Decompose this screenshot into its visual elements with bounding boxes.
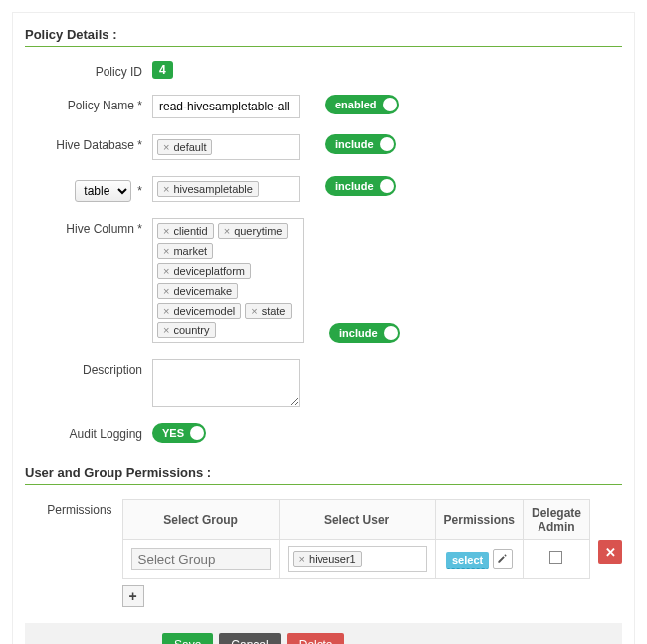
user-group-permissions-heading: User and Group Permissions : xyxy=(25,465,622,480)
tag-label: state xyxy=(262,305,286,317)
policy-name-input[interactable] xyxy=(152,95,300,118)
save-button[interactable]: Save xyxy=(162,633,213,644)
hive-database-include-toggle[interactable]: include xyxy=(325,134,396,154)
select-user-input[interactable]: ×hiveuser1 xyxy=(288,546,427,572)
col-permissions: Permissions xyxy=(435,500,523,540)
remove-tag-icon[interactable]: × xyxy=(163,246,169,257)
audit-logging-toggle[interactable]: YES xyxy=(152,423,206,443)
tag-label: country xyxy=(173,324,209,336)
tag-label: default xyxy=(173,141,206,153)
description-input[interactable] xyxy=(152,359,300,407)
toggle-knob xyxy=(380,179,394,193)
toggle-knob xyxy=(380,137,394,151)
delete-button[interactable]: Delete xyxy=(287,633,345,644)
permission-badge[interactable]: select xyxy=(446,552,489,569)
tag[interactable]: ×default xyxy=(157,139,212,155)
edit-permissions-button[interactable] xyxy=(493,549,513,569)
description-label: Description xyxy=(25,359,152,377)
toggle-knob xyxy=(384,326,398,340)
select-group-input[interactable] xyxy=(131,548,271,570)
col-select-user: Select User xyxy=(279,500,435,540)
remove-tag-icon[interactable]: × xyxy=(163,306,169,317)
policy-id-badge: 4 xyxy=(152,61,173,79)
enabled-toggle[interactable]: enabled xyxy=(325,95,399,114)
tag[interactable]: ×clientid xyxy=(157,223,214,239)
table-row: ×hiveuser1 select xyxy=(122,540,589,579)
action-bar: Save Cancel Delete xyxy=(25,623,622,644)
add-row-button[interactable]: + xyxy=(122,585,144,607)
tag-label: hiveuser1 xyxy=(309,553,356,565)
tag-label: market xyxy=(173,245,207,257)
tag[interactable]: ×devicemake xyxy=(157,283,238,299)
enabled-toggle-label: enabled xyxy=(335,99,377,110)
policy-name-label: Policy Name * xyxy=(25,95,152,112)
include-toggle-label: include xyxy=(335,138,374,150)
audit-logging-toggle-label: YES xyxy=(162,427,184,439)
policy-details-heading: Policy Details : xyxy=(25,27,622,42)
audit-logging-label: Audit Logging xyxy=(25,423,152,441)
col-select-group: Select Group xyxy=(122,500,279,540)
hive-table-include-toggle[interactable]: include xyxy=(325,176,396,196)
hive-table-input[interactable]: ×hivesampletable xyxy=(152,176,300,202)
remove-tag-icon[interactable]: × xyxy=(163,286,169,297)
cancel-button[interactable]: Cancel xyxy=(219,633,280,644)
remove-row-button[interactable]: ✕ xyxy=(598,540,622,564)
tag[interactable]: ×state xyxy=(245,303,291,319)
tag[interactable]: ×country xyxy=(157,322,216,338)
section-divider xyxy=(25,484,622,485)
remove-tag-icon[interactable]: × xyxy=(163,142,169,153)
close-icon: ✕ xyxy=(605,545,616,560)
col-delegate-admin: Delegate Admin xyxy=(523,500,589,540)
tag[interactable]: ×hiveuser1 xyxy=(293,551,362,567)
tag[interactable]: ×hivesampletable xyxy=(157,181,259,197)
hive-column-include-toggle[interactable]: include xyxy=(329,323,400,343)
tag-label: devicemodel xyxy=(173,305,235,317)
required-asterisk: * xyxy=(137,184,142,198)
remove-tag-icon[interactable]: × xyxy=(163,226,169,237)
tag-label: devicemake xyxy=(173,285,232,297)
remove-tag-icon[interactable]: × xyxy=(163,325,169,336)
remove-tag-icon[interactable]: × xyxy=(299,554,305,565)
tag-label: querytime xyxy=(234,225,282,237)
permissions-label: Permissions xyxy=(25,499,122,517)
delegate-admin-checkbox[interactable] xyxy=(549,551,562,564)
include-toggle-label: include xyxy=(339,327,378,339)
hive-database-input[interactable]: ×default xyxy=(152,134,300,160)
remove-tag-icon[interactable]: × xyxy=(163,266,169,277)
plus-icon: + xyxy=(129,588,137,604)
toggle-knob xyxy=(383,98,397,111)
hive-column-label: Hive Column * xyxy=(25,218,152,236)
tag-label: deviceplatform xyxy=(173,265,245,277)
hive-column-input[interactable]: ×clientid×querytime×market×deviceplatfor… xyxy=(152,218,304,343)
section-divider xyxy=(25,46,622,47)
remove-tag-icon[interactable]: × xyxy=(163,184,169,195)
resource-type-select[interactable]: table xyxy=(75,180,131,202)
tag-label: hivesampletable xyxy=(173,183,253,195)
hive-database-label: Hive Database * xyxy=(25,134,152,152)
remove-tag-icon[interactable]: × xyxy=(251,306,257,317)
tag[interactable]: ×deviceplatform xyxy=(157,263,251,279)
policy-id-label: Policy ID xyxy=(25,61,152,79)
include-toggle-label: include xyxy=(335,180,374,192)
tag[interactable]: ×market xyxy=(157,243,213,259)
permissions-table: Select Group Select User Permissions Del… xyxy=(122,499,590,579)
pencil-icon xyxy=(497,553,508,564)
remove-tag-icon[interactable]: × xyxy=(224,226,230,237)
tag[interactable]: ×querytime xyxy=(218,223,289,239)
toggle-knob xyxy=(190,426,204,440)
tag-label: clientid xyxy=(173,225,207,237)
tag[interactable]: ×devicemodel xyxy=(157,303,241,319)
